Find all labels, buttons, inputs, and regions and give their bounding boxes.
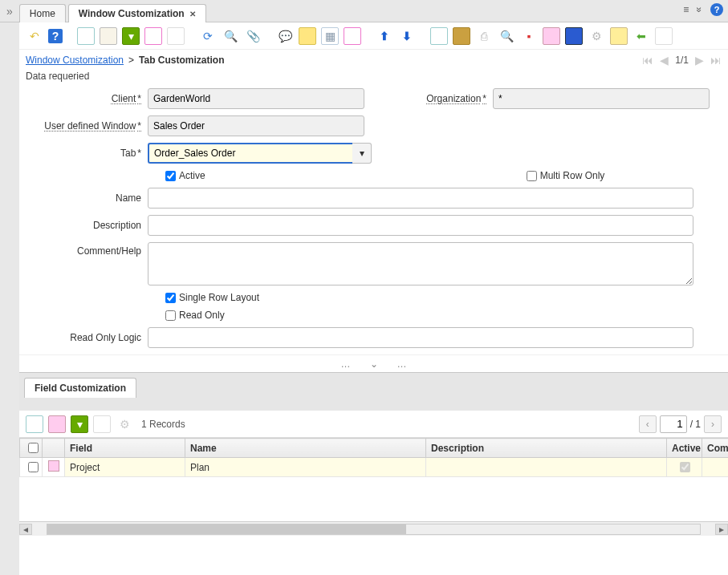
menu-hamburger-icon[interactable]: ≡ — [683, 4, 689, 15]
single-row-layout-checkbox[interactable]: Single Row Layout — [165, 292, 259, 303]
chat-icon[interactable]: 💬 — [276, 27, 294, 45]
select-all-checkbox[interactable] — [28, 443, 39, 453]
column-header-active[interactable]: Active — [667, 439, 702, 458]
detail-next-page-button[interactable]: › — [704, 415, 722, 433]
active-workflow-icon[interactable]: ▪ — [520, 27, 538, 45]
scroll-right-arrow[interactable]: ▸ — [715, 524, 728, 535]
close-window-icon[interactable] — [655, 27, 673, 45]
new-icon[interactable] — [77, 27, 95, 45]
detail-new-icon[interactable] — [26, 415, 43, 433]
help-icon[interactable]: ? — [710, 3, 723, 16]
find-icon[interactable]: 🔍 — [222, 27, 239, 45]
expand-sidebar-chevron[interactable]: » — [6, 5, 13, 18]
read-only-logic-field[interactable] — [148, 327, 693, 348]
client-field[interactable] — [148, 88, 364, 109]
active-checkbox-input[interactable] — [165, 171, 176, 181]
gear-icon[interactable]: ⚙ — [588, 27, 605, 45]
import-icon[interactable]: ⬅ — [632, 27, 650, 45]
detail-prev-page-button[interactable]: ‹ — [639, 415, 657, 433]
detail-record-icon[interactable]: ⬇ — [398, 27, 416, 45]
record-paging: ⏮ ◀ 1/1 ▶ ⏭ — [642, 54, 722, 67]
single-row-layout-checkbox-label: Single Row Layout — [179, 292, 259, 303]
column-header-name[interactable]: Name — [185, 439, 426, 458]
row-edit-icon[interactable] — [48, 460, 59, 472]
column-header-field[interactable]: Field — [65, 439, 185, 458]
splitter-chevron-icon[interactable]: ⌄ — [370, 358, 378, 370]
active-checkbox[interactable]: Active — [165, 170, 205, 181]
cell-name[interactable]: Plan — [185, 458, 426, 477]
column-header-description[interactable]: Description — [426, 439, 667, 458]
detail-save-icon[interactable]: ▾ — [71, 415, 88, 433]
ignore-icon[interactable] — [167, 27, 185, 45]
breadcrumb-separator: > — [128, 55, 134, 66]
row-select-checkbox[interactable] — [28, 462, 39, 472]
delete-icon[interactable] — [144, 27, 162, 45]
cell-field[interactable]: Project — [65, 458, 185, 477]
tab-home[interactable]: Home — [19, 4, 66, 23]
user-defined-window-label: User defined Window — [29, 120, 141, 132]
note-icon[interactable] — [299, 27, 316, 45]
cell-active-checkbox — [680, 462, 690, 472]
multi-icon[interactable] — [344, 27, 361, 45]
name-label: Name — [29, 192, 141, 204]
description-field[interactable] — [148, 215, 693, 236]
export-icon[interactable] — [610, 27, 628, 45]
scroll-left-arrow[interactable]: ◂ — [19, 524, 32, 535]
copy-icon[interactable] — [100, 27, 117, 45]
detail-edit-icon[interactable] — [48, 415, 66, 433]
last-record-icon[interactable]: ⏭ — [710, 54, 722, 67]
comment-help-label: Comment/Help — [29, 242, 141, 257]
breadcrumb-parent-link[interactable]: Window Customization — [26, 55, 124, 66]
product-info-icon[interactable] — [565, 27, 583, 45]
read-only-checkbox[interactable]: Read Only — [165, 310, 225, 321]
detail-delete-icon[interactable] — [93, 415, 111, 433]
grid-toggle-icon[interactable]: ▦ — [321, 27, 339, 45]
tab-field[interactable] — [148, 143, 352, 164]
cell-active[interactable] — [667, 458, 702, 477]
read-only-checkbox-label: Read Only — [179, 310, 225, 321]
column-header-comment[interactable]: Com — [702, 439, 729, 458]
toolbar-help-icon[interactable]: ? — [48, 29, 63, 43]
organization-field[interactable] — [493, 88, 710, 109]
save-icon[interactable]: ▾ — [122, 27, 140, 45]
zoom-across-icon[interactable]: 🔍 — [498, 27, 515, 45]
undo-icon[interactable]: ↶ — [26, 27, 43, 45]
tab-dropdown-button[interactable]: ▾ — [352, 143, 372, 164]
single-row-layout-checkbox-input[interactable] — [165, 293, 176, 303]
tab-label: Tab — [29, 148, 141, 159]
request-icon[interactable] — [543, 27, 560, 45]
tab-window-customization[interactable]: Window Customization ✕ — [68, 4, 206, 23]
multi-row-only-checkbox[interactable]: Multi Row Only — [527, 170, 605, 181]
active-checkbox-label: Active — [179, 170, 205, 181]
prev-record-icon[interactable]: ◀ — [660, 54, 669, 67]
window-tab-bar: » Home Window Customization ✕ ≡ » ? — [0, 0, 728, 22]
archive-icon[interactable] — [453, 27, 470, 45]
multi-row-only-checkbox-input[interactable] — [527, 171, 537, 181]
refresh-icon[interactable]: ⟳ — [199, 27, 217, 45]
cell-description[interactable] — [426, 458, 667, 477]
report-icon[interactable] — [430, 27, 448, 45]
splitter-bar[interactable]: … ⌄ … — [19, 354, 728, 372]
parent-record-icon[interactable]: ⬆ — [376, 27, 393, 45]
comment-help-field[interactable] — [148, 242, 693, 285]
next-record-icon[interactable]: ▶ — [695, 54, 704, 67]
print-icon[interactable]: ⎙ — [475, 27, 493, 45]
record-position: 1/1 — [675, 55, 689, 66]
detail-record-count: 1 Records — [141, 419, 185, 430]
user-defined-window-field[interactable] — [148, 115, 364, 136]
table-row[interactable]: Project Plan — [20, 458, 729, 477]
read-only-checkbox-input[interactable] — [165, 310, 176, 321]
scroll-thumb[interactable] — [47, 524, 406, 534]
menu-expand-icon[interactable]: » — [694, 7, 706, 13]
detail-tab-field-customization[interactable]: Field Customization — [24, 378, 136, 398]
close-icon[interactable]: ✕ — [189, 10, 196, 18]
detail-page-input[interactable] — [660, 415, 687, 433]
name-field[interactable] — [148, 188, 693, 209]
cell-comment[interactable] — [702, 458, 729, 477]
scroll-track[interactable] — [47, 524, 701, 535]
detail-horizontal-scrollbar[interactable]: ◂ ▸ — [19, 521, 728, 536]
first-record-icon[interactable]: ⏮ — [642, 54, 653, 67]
form-area: Client Organization User defined Window … — [19, 85, 728, 348]
attachment-icon[interactable]: 📎 — [244, 27, 262, 45]
detail-process-icon[interactable]: ⚙ — [116, 415, 133, 433]
